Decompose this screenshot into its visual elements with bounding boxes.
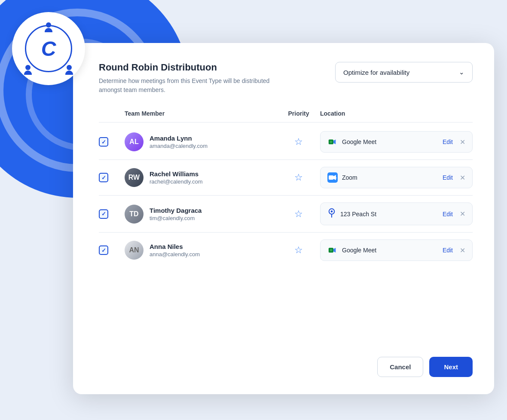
location-badge-amanda: Google Meet Edit ✕ [320,131,473,153]
priority-star-amanda[interactable]: ☆ [277,136,320,147]
col-location: Location [320,110,473,117]
logo-person-left [24,65,32,75]
modal-header: Round Robin Distributuon Determine how m… [99,62,473,95]
member-info-timothy: TD Timothy Dagraca tim@calendly.com [125,205,277,224]
table-header: Team Member Priority Location [99,110,473,123]
modal: Round Robin Distributuon Determine how m… [73,43,494,394]
logo-letter: C [41,37,56,61]
location-name-anna: Google Meet [342,247,438,254]
remove-location-timothy[interactable]: ✕ [460,210,465,218]
svg-rect-1 [330,141,333,143]
member-name-timothy: Timothy Dagraca [150,207,202,214]
check-icon: ✓ [101,247,106,254]
checkbox-anna[interactable]: ✓ [99,245,108,255]
optimize-dropdown[interactable]: Optimize for availability ⌄ [335,62,473,83]
google-meet-icon-amanda [327,137,338,147]
member-details-rachel: Rachel Williams rachel@calendly.com [150,170,203,185]
checkbox-rachel[interactable]: ✓ [99,173,108,182]
zoom-icon-rachel [327,172,338,183]
edit-location-rachel[interactable]: Edit [443,174,453,181]
member-details-amanda: Amanda Lynn amanda@calendly.com [150,135,208,149]
member-email-rachel: rachel@calendly.com [150,178,203,185]
member-details-anna: Anna Niles anna@calendly.com [150,243,200,258]
member-details-timothy: Timothy Dagraca tim@calendly.com [150,207,202,221]
col-team-member: Team Member [125,110,277,117]
location-name-amanda: Google Meet [342,138,438,145]
remove-location-rachel[interactable]: ✕ [460,174,465,182]
member-email-timothy: tim@calendly.com [150,215,202,221]
modal-title: Round Robin Distributuon [99,62,335,73]
member-info-amanda: AL Amanda Lynn amanda@calendly.com [125,132,277,151]
avatar-amanda: AL [125,132,144,151]
modal-footer: Cancel Next [99,353,473,377]
priority-star-timothy[interactable]: ☆ [277,208,320,220]
svg-marker-5 [333,175,336,180]
checkbox-timothy[interactable]: ✓ [99,209,108,219]
member-rows: ✓ AL Amanda Lynn amanda@calendly.com ☆ [99,124,473,340]
priority-star-rachel[interactable]: ☆ [277,172,320,183]
member-name-anna: Anna Niles [150,243,200,250]
col-priority: Priority [277,110,320,117]
google-meet-icon-anna [327,245,338,255]
svg-rect-10 [330,249,333,251]
member-email-amanda: amanda@calendly.com [150,143,208,149]
pin-icon-timothy [327,208,336,220]
member-info-rachel: RW Rachel Williams rachel@calendly.com [125,168,277,187]
checkbox-amanda[interactable]: ✓ [99,137,108,147]
member-name-amanda: Amanda Lynn [150,135,208,142]
avatar-timothy: TD [125,205,144,224]
star-icon-rachel: ☆ [294,172,303,183]
svg-marker-2 [333,140,336,144]
location-badge-anna: Google Meet Edit ✕ [320,239,473,261]
dropdown-label: Optimize for availability [343,69,409,76]
edit-location-anna[interactable]: Edit [443,247,453,254]
cancel-button[interactable]: Cancel [377,357,423,377]
logo-person-right [65,65,73,75]
logo: C [12,12,85,85]
remove-location-amanda[interactable]: ✕ [460,138,465,146]
next-button[interactable]: Next [429,357,473,377]
edit-location-amanda[interactable]: Edit [443,138,453,145]
star-icon-amanda: ☆ [294,136,303,147]
star-icon-anna: ☆ [294,245,303,255]
table-row: ✓ AN Anna Niles anna@calendly.com ☆ [99,233,473,268]
avatar-anna: AN [125,241,144,260]
col-check [99,110,125,117]
member-name-rachel: Rachel Williams [150,170,203,178]
priority-star-anna[interactable]: ☆ [277,245,320,256]
svg-point-7 [331,211,333,213]
location-name-rachel: Zoom [342,174,438,181]
member-info-anna: AN Anna Niles anna@calendly.com [125,241,277,260]
table-row: ✓ RW Rachel Williams rachel@calendly.com… [99,160,473,196]
edit-location-timothy[interactable]: Edit [443,211,453,218]
check-icon: ✓ [101,139,106,145]
title-section: Round Robin Distributuon Determine how m… [99,62,335,95]
chevron-down-icon: ⌄ [459,68,464,76]
modal-subtitle: Determine how meetings from this Event T… [99,77,279,95]
check-icon: ✓ [101,211,106,217]
location-name-timothy: 123 Peach St [340,211,438,218]
svg-marker-11 [333,248,336,253]
location-badge-timothy: 123 Peach St Edit ✕ [320,202,473,225]
location-badge-rachel: Zoom Edit ✕ [320,167,473,188]
avatar-rachel: RW [125,168,144,187]
member-email-anna: anna@calendly.com [150,251,200,258]
table-row: ✓ AL Amanda Lynn amanda@calendly.com ☆ [99,124,473,160]
star-icon-timothy: ☆ [294,208,303,219]
check-icon: ✓ [101,175,106,181]
svg-rect-4 [329,175,333,180]
table-row: ✓ TD Timothy Dagraca tim@calendly.com ☆ [99,196,473,233]
remove-location-anna[interactable]: ✕ [460,246,465,254]
